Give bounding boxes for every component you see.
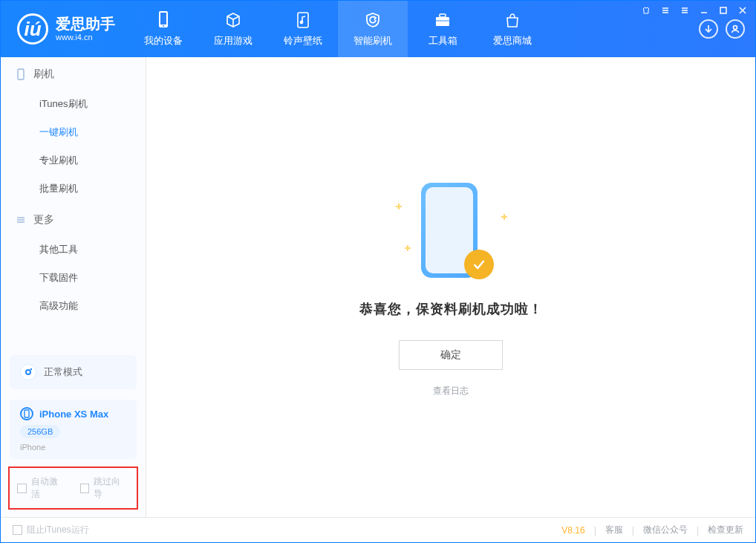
sidebar-item-download-firmware[interactable]: 下载固件	[1, 264, 146, 292]
success-illustration	[399, 177, 503, 281]
user-button[interactable]	[726, 19, 745, 39]
section-title: 刷机	[33, 68, 54, 81]
device-storage: 256GB	[20, 425, 60, 438]
tab-label: 工具箱	[428, 34, 457, 48]
menu-icon	[16, 215, 26, 225]
ok-button[interactable]: 确定	[399, 340, 503, 370]
list-icon[interactable]	[660, 5, 671, 16]
device-card[interactable]: iPhone XS Max 256GB iPhone	[10, 400, 137, 459]
toolbox-icon	[433, 10, 452, 30]
checkbox-icon	[17, 484, 27, 493]
svg-rect-20	[18, 69, 24, 79]
mode-card[interactable]: 正常模式	[10, 355, 137, 389]
app-url: www.i4.cn	[56, 33, 115, 42]
link-wechat[interactable]: 微信公众号	[643, 524, 688, 536]
device-name: iPhone XS Max	[39, 409, 108, 420]
tab-store[interactable]: 爱思商城	[478, 1, 547, 57]
checkbox-icon	[80, 484, 90, 493]
shirt-icon[interactable]	[641, 5, 651, 16]
check-badge-icon	[464, 250, 494, 279]
checkbox-block-itunes[interactable]: 阻止iTunes运行	[13, 524, 89, 536]
sidebar-section-flash: 刷机	[1, 57, 146, 90]
mode-label: 正常模式	[44, 365, 82, 379]
tab-label: 我的设备	[144, 34, 183, 48]
device-icon	[154, 10, 173, 30]
refresh-shield-icon	[363, 10, 382, 30]
app-name: 爱思助手	[56, 16, 115, 33]
svg-rect-13	[298, 13, 308, 27]
maximize-button[interactable]	[718, 5, 729, 16]
cube-icon	[224, 10, 243, 30]
checkbox-icon	[13, 525, 22, 535]
success-message: 恭喜您，保资料刷机成功啦！	[359, 300, 543, 318]
svg-point-25	[30, 368, 32, 370]
view-log-link[interactable]: 查看日志	[433, 385, 469, 397]
svg-rect-7	[720, 7, 726, 13]
checkbox-label: 自动激活	[31, 475, 67, 501]
link-kefu[interactable]: 客服	[605, 524, 623, 536]
sidebar-item-batch-flash[interactable]: 批量刷机	[1, 175, 146, 203]
svg-rect-26	[25, 410, 29, 417]
checkbox-auto-activate[interactable]: 自动激活	[17, 475, 67, 501]
tab-ringtones-wallpapers[interactable]: 铃声壁纸	[268, 1, 338, 57]
sidebar-item-other-tools[interactable]: 其他工具	[1, 235, 146, 264]
device-type: iPhone	[20, 443, 126, 452]
note-icon	[293, 10, 313, 30]
sidebar-item-one-click-flash[interactable]: 一键刷机	[1, 118, 146, 146]
sidebar-item-itunes-flash[interactable]: iTunes刷机	[1, 90, 146, 118]
svg-rect-11	[160, 13, 166, 25]
store-icon	[503, 10, 522, 30]
section-title: 更多	[33, 213, 54, 227]
svg-rect-16	[440, 14, 446, 17]
version-label: V8.16	[561, 525, 584, 536]
tab-smart-flash[interactable]: 智能刷机	[338, 1, 408, 57]
sidebar-item-advanced[interactable]: 高级功能	[1, 292, 146, 320]
tab-label: 爱思商城	[493, 34, 532, 48]
phone-icon	[16, 69, 26, 79]
window-controls	[641, 5, 748, 16]
link-check-update[interactable]: 检查更新	[708, 524, 743, 536]
sidebar-item-pro-flash[interactable]: 专业刷机	[1, 146, 146, 175]
svg-point-24	[26, 370, 30, 374]
tab-my-device[interactable]: 我的设备	[128, 1, 198, 57]
svg-rect-15	[436, 17, 449, 26]
download-button[interactable]	[699, 19, 718, 39]
app-logo: iú 爱思助手 www.i4.cn	[1, 13, 128, 45]
mode-icon	[20, 364, 36, 380]
svg-point-14	[300, 21, 302, 23]
more-icon[interactable]	[680, 5, 690, 16]
checkbox-label: 跳过向导	[94, 475, 129, 501]
logo-icon: iú	[17, 13, 48, 45]
checkbox-skip-guide[interactable]: 跳过向导	[80, 475, 130, 501]
svg-point-19	[734, 26, 737, 30]
minimize-button[interactable]	[699, 5, 709, 16]
tab-apps-games[interactable]: 应用游戏	[198, 1, 268, 57]
tab-label: 铃声壁纸	[284, 34, 322, 48]
tab-toolbox[interactable]: 工具箱	[408, 1, 478, 57]
tab-label: 智能刷机	[353, 34, 392, 48]
close-button[interactable]	[737, 5, 748, 16]
svg-point-12	[163, 25, 164, 27]
device-phone-icon	[20, 407, 33, 420]
sidebar-section-more: 更多	[1, 203, 146, 235]
options-box: 自动激活 跳过向导	[8, 466, 138, 510]
checkbox-label: 阻止iTunes运行	[27, 524, 89, 536]
tab-label: 应用游戏	[214, 34, 252, 48]
